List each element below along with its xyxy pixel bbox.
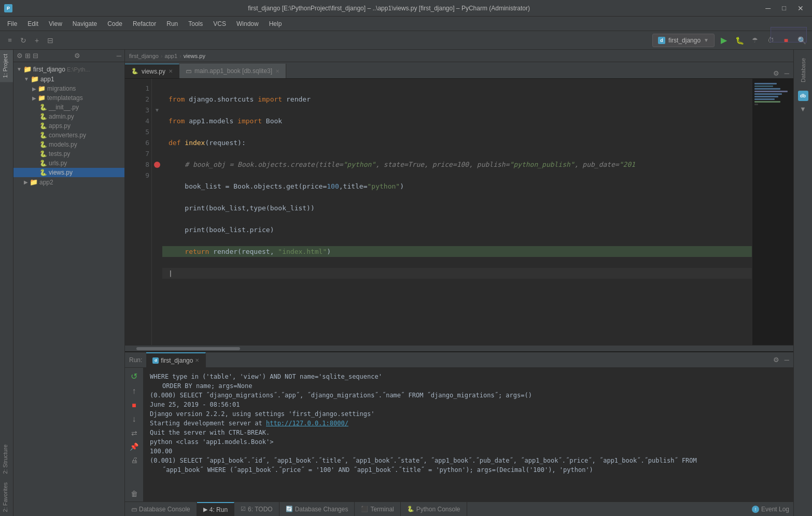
server-link[interactable]: http://127.0.0.1:8000/	[266, 420, 348, 427]
scroll-up-button[interactable]: ↑	[131, 385, 138, 397]
breadcrumb-sep1: ›	[161, 53, 163, 59]
run-button[interactable]: ▶	[718, 34, 730, 47]
collapse-tree-icon[interactable]: ⊟	[33, 52, 38, 60]
menu-file[interactable]: File	[2, 18, 22, 30]
run-minimize-icon[interactable]: ─	[782, 355, 791, 365]
tree-admin-py[interactable]: 🐍 admin.py	[13, 112, 124, 121]
code-scrollbar-h[interactable]	[125, 345, 793, 351]
tree-templatetags[interactable]: ▶ 📁 templatetags	[13, 93, 124, 103]
tree-models-py[interactable]: 🐍 models.py	[13, 140, 124, 149]
stop-run-button[interactable]: ■	[130, 399, 137, 411]
collapse-all-button[interactable]: ⊟	[45, 35, 56, 46]
restart-button[interactable]: ↺	[129, 370, 139, 383]
close-button[interactable]: ✕	[793, 3, 808, 13]
python-console-label: Python Console	[416, 506, 460, 513]
menu-vcs[interactable]: VCS	[208, 18, 231, 30]
sync-button[interactable]: ↻	[18, 35, 29, 46]
menu-window[interactable]: Window	[231, 18, 264, 30]
pin-button[interactable]: 📌	[128, 441, 140, 452]
run-tab-close-icon[interactable]: ✕	[195, 357, 199, 363]
run-tab-first-django[interactable]: d first_django ✕	[146, 352, 206, 368]
run-settings-icon[interactable]: ⚙	[771, 355, 781, 365]
tab-database-console[interactable]: 🗃 Database Console	[125, 502, 197, 517]
add-module-icon[interactable]: ⊞	[25, 52, 31, 60]
menu-view[interactable]: View	[44, 18, 67, 30]
breakpoint-line8[interactable]	[152, 159, 162, 170]
breadcrumb-app1[interactable]: app1	[165, 53, 177, 59]
tab-close-icon[interactable]: ✕	[275, 68, 279, 74]
right-db-panel: Database db ▼	[793, 50, 812, 516]
run-panel-header: Run: d first_django ✕ ⚙ ─	[125, 352, 793, 368]
menu-refactor[interactable]: Refactor	[128, 18, 161, 30]
tree-apps-py[interactable]: 🐍 apps.py	[13, 121, 124, 131]
run-content-area: ↺ ↑ ■ ↓ ⇄ 📌 🖨 🗑 WHERE type in ('table', …	[125, 368, 793, 501]
coverage-button[interactable]: ☂	[749, 34, 761, 47]
tab-db-changes[interactable]: 🔄 Database Changes	[279, 502, 355, 517]
tab-close-icon[interactable]: ✕	[169, 68, 173, 74]
code-content[interactable]: from django.shortcuts import render from…	[162, 79, 752, 345]
folder-icon: 📁	[38, 94, 46, 102]
tree-app1[interactable]: ▼ 📁 app1	[13, 74, 124, 84]
tree-views-py[interactable]: 🐍 views.py	[13, 168, 124, 177]
panel-settings-icon[interactable]: ⚙	[74, 52, 80, 60]
tree-app2[interactable]: ▶ 📁 app2	[13, 177, 124, 187]
tree-migrations[interactable]: ▶ 📁 migrations	[13, 84, 124, 93]
tab-db-sqlite3[interactable]: 🗃 main.app1_book [db.sqlite3] ✕	[179, 64, 286, 78]
menu-code[interactable]: Code	[102, 18, 128, 30]
tab-run[interactable]: ▶ 4: Run	[197, 502, 234, 517]
add-config-button[interactable]: +	[31, 35, 43, 46]
scroll-chevron-down[interactable]: ▼	[800, 105, 806, 113]
tab-terminal[interactable]: ⬛ Terminal	[355, 502, 400, 517]
root-path: E:\Pyth...	[67, 66, 90, 73]
project-run-selector[interactable]: d first_django ▼	[652, 34, 715, 47]
tree-init-py[interactable]: 🐍 __init__.py	[13, 103, 124, 112]
editor-minimize-icon[interactable]: ─	[782, 68, 791, 78]
stop-button[interactable]: ■	[780, 34, 792, 47]
debug-button[interactable]: 🐛	[733, 34, 746, 47]
editor-settings-icon[interactable]: ⚙	[771, 68, 781, 78]
tab-label: main.app1_book [db.sqlite3]	[194, 67, 272, 75]
tab-views-py[interactable]: 🐍 views.py ✕	[125, 64, 179, 78]
line-num-1: 1	[127, 83, 149, 94]
search-everywhere-button[interactable]: 🔍	[795, 34, 808, 47]
project-panel-tab[interactable]: 1: Project	[0, 50, 13, 82]
tree-urls-py[interactable]: 🐍 urls.py	[13, 159, 124, 168]
menu-run[interactable]: Run	[161, 18, 183, 30]
scroll-down-button[interactable]: ↓	[131, 413, 138, 425]
profile-button[interactable]: ⏱	[764, 34, 777, 47]
db-panel-tab[interactable]: Database	[798, 54, 808, 87]
run-tab-label2: 4: Run	[209, 506, 228, 513]
panel-close-icon[interactable]: ─	[117, 52, 121, 60]
fold-def[interactable]: ▼	[152, 105, 162, 116]
menu-help[interactable]: Help	[264, 18, 287, 30]
tree-root[interactable]: ▼ 📁 first_django E:\Pyth...	[13, 64, 124, 74]
tree-tests-py[interactable]: 🐍 tests.py	[13, 149, 124, 159]
event-log-badge[interactable]: ! Event Log	[752, 506, 789, 513]
menu-tools[interactable]: Tools	[183, 18, 208, 30]
print-button[interactable]: 🖨	[129, 454, 139, 466]
project-tree-toggle[interactable]: ≡	[4, 35, 16, 46]
editor-area: first_django › app1 › views.py 🐍 views.p…	[125, 50, 793, 351]
tree-converters-py[interactable]: 🐍 converters.py	[13, 131, 124, 140]
tab-todo[interactable]: ☑ 6: TODO	[234, 502, 279, 517]
outer-layout: 1: Project 2: Structure 2: Favorites ⚙ ⊞…	[0, 50, 812, 516]
tab-python-console[interactable]: 🐍 Python Console	[401, 502, 467, 517]
clear-button[interactable]: 🗑	[129, 488, 139, 499]
output-line-7: Quit the server with CTRL-BREAK.	[150, 428, 787, 437]
line-num-3: 3	[127, 105, 149, 116]
rerun-button[interactable]: ⇄	[130, 427, 139, 439]
minimize-button[interactable]: ─	[761, 3, 775, 13]
favorites-panel-tab[interactable]: 2: Favorites	[0, 478, 13, 516]
structure-panel-tab[interactable]: 2: Structure	[0, 440, 13, 478]
app-icon: P	[4, 4, 12, 12]
menu-edit[interactable]: Edit	[22, 18, 44, 30]
menu-navigate[interactable]: Navigate	[67, 18, 102, 30]
gear-icon[interactable]: ⚙	[17, 52, 23, 60]
db-indicator: db	[798, 91, 808, 101]
breadcrumb-root[interactable]: first_django	[129, 53, 159, 59]
run-output[interactable]: WHERE type in ('table', 'view') AND NOT …	[144, 368, 793, 501]
maximize-button[interactable]: □	[778, 3, 790, 13]
python-console-icon: 🐍	[407, 506, 414, 512]
output-line-10: (0.001) SELECT ˝app1_book˝.˝id˝, ˝app1_b…	[150, 456, 787, 465]
folder-icon: 📁	[31, 75, 39, 83]
